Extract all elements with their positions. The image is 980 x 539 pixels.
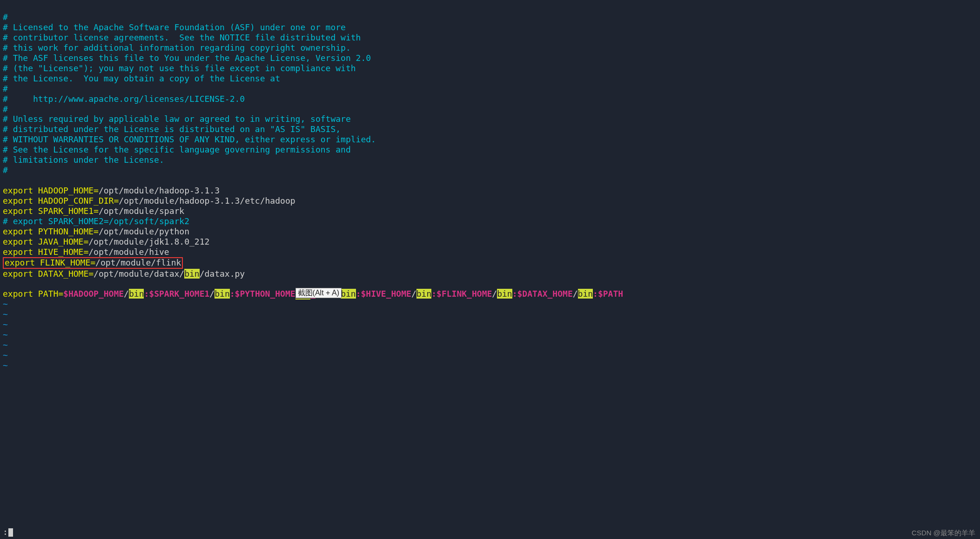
comment-line: # contributor license agreements. See th… — [3, 33, 361, 42]
terminal-editor[interactable]: # # Licensed to the Apache Software Foun… — [0, 0, 980, 372]
comment-line: # — [3, 84, 8, 93]
export-line: export HADOOP_HOME=/opt/module/hadoop-3.… — [3, 186, 220, 195]
comment-line: # distributed under the License is distr… — [3, 124, 341, 134]
watermark: CSDN @最笨的羊羊 — [912, 529, 975, 537]
comment-line: # — [3, 12, 8, 22]
comment-line: # http://www.apache.org/licenses/LICENSE… — [3, 94, 245, 104]
comment-line: # Unless required by applicable law or a… — [3, 114, 351, 124]
highlighted-export-line: export FLINK_HOME=/opt/module/flink — [3, 258, 183, 267]
comment-line: # limitations under the License. — [3, 155, 164, 165]
screenshot-tooltip: 截图(Alt + A) — [295, 288, 342, 298]
export-line: export DATAX_HOME=/opt/module/datax/bin/… — [3, 269, 245, 279]
comment-line: # See the License for the specific langu… — [3, 145, 351, 154]
export-line: export HIVE_HOME=/opt/module/hive — [3, 247, 169, 257]
export-line: export PYTHON_HOME=/opt/module/python — [3, 226, 189, 236]
cursor-icon — [8, 528, 13, 537]
vim-tilde: ~ — [3, 350, 8, 360]
export-line: export JAVA_HOME=/opt/module/jdk1.8.0_21… — [3, 237, 209, 246]
comment-line: # export SPARK_HOME2=/opt/soft/spark2 — [3, 216, 189, 226]
comment-line: # the License. You may obtain a copy of … — [3, 73, 280, 83]
comment-line: # Licensed to the Apache Software Founda… — [3, 22, 346, 32]
comment-line: # this work for additional information r… — [3, 43, 351, 53]
vim-command-line[interactable]: : — [3, 527, 13, 537]
vim-tilde: ~ — [3, 340, 8, 350]
vim-tilde: ~ — [3, 330, 8, 339]
export-line: export HADOOP_CONF_DIR=/opt/module/hadoo… — [3, 196, 295, 206]
comment-line: # — [3, 165, 8, 175]
comment-line: # The ASF licenses this file to You unde… — [3, 53, 371, 63]
vim-tilde: ~ — [3, 309, 8, 319]
comment-line: # — [3, 104, 8, 114]
vim-tilde: ~ — [3, 299, 8, 309]
comment-line: # WITHOUT WARRANTIES OR CONDITIONS OF AN… — [3, 134, 376, 144]
vim-tilde: ~ — [3, 319, 8, 329]
export-line: export SPARK_HOME1=/opt/module/spark — [3, 206, 184, 216]
comment-line: # (the "License"); you may not use this … — [3, 63, 356, 73]
vim-tilde: ~ — [3, 360, 8, 370]
